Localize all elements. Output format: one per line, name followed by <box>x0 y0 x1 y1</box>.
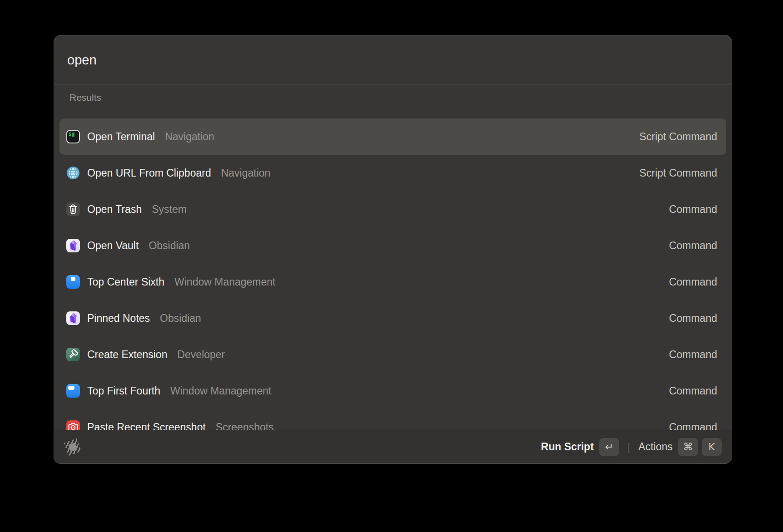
results-section-header: Results <box>54 85 732 118</box>
command-key-icon: ⌘ <box>678 438 698 456</box>
actions-shortcut: ⌘ K <box>678 438 722 456</box>
obsidian-gem-icon <box>66 311 80 325</box>
search-input[interactable] <box>67 53 719 68</box>
result-type-label: Script Command <box>639 167 717 179</box>
result-title: Open URL From Clipboard <box>87 167 211 179</box>
actions-button[interactable]: Actions ⌘ K <box>639 438 722 456</box>
result-title: Open Trash <box>87 203 142 216</box>
result-title: Pinned Notes <box>87 312 150 325</box>
obsidian-gem-icon <box>66 239 80 252</box>
result-row[interactable]: Open Trash System Command <box>59 191 726 227</box>
result-subtitle: Obsidian <box>149 240 190 252</box>
result-row[interactable]: Top Center Sixth Window Management Comma… <box>59 264 726 300</box>
hammer-icon <box>66 348 80 361</box>
k-key-icon: K <box>702 438 722 456</box>
footer-actions: Run Script ↵ | Actions ⌘ K <box>541 438 722 456</box>
result-row[interactable]: Top First Fourth Window Management Comma… <box>59 373 726 409</box>
result-subtitle: Navigation <box>221 167 271 179</box>
terminal-icon: $ <box>66 130 80 143</box>
result-title: Create Extension <box>87 349 167 361</box>
result-title: Open Terminal <box>87 131 155 143</box>
result-type-label: Command <box>669 240 717 252</box>
footer-divider: | <box>627 441 630 453</box>
result-row[interactable]: $ Open Terminal Navigation Script Comman… <box>59 118 726 155</box>
camera-icon <box>66 420 80 430</box>
result-type-label: Command <box>669 349 717 361</box>
result-subtitle: System <box>152 203 187 216</box>
results-list: $ Open Terminal Navigation Script Comman… <box>54 118 732 430</box>
result-row[interactable]: Open URL From Clipboard Navigation Scrip… <box>59 155 726 191</box>
result-type-label: Command <box>669 312 717 325</box>
result-row[interactable]: Create Extension Developer Command <box>59 336 726 373</box>
result-type-label: Command <box>669 276 717 288</box>
result-subtitle: Window Management <box>174 276 275 288</box>
script-command-logo-icon <box>64 438 81 456</box>
globe-icon <box>66 166 80 180</box>
result-type-label: Command <box>669 421 717 430</box>
window-top-center-icon <box>66 275 80 289</box>
result-subtitle: Screenshots <box>216 421 274 430</box>
result-title: Open Vault <box>87 240 139 252</box>
result-subtitle: Developer <box>177 349 225 361</box>
return-key-icon: ↵ <box>599 438 619 456</box>
result-title: Top Center Sixth <box>87 276 164 288</box>
launcher-window: Results $ Open Terminal Navigation Scrip… <box>54 35 732 464</box>
result-type-label: Command <box>669 203 717 216</box>
result-row[interactable]: Paste Recent Screenshot Screenshots Comm… <box>59 409 726 430</box>
result-row[interactable]: Pinned Notes Obsidian Command <box>59 300 726 336</box>
search-bar <box>54 35 732 85</box>
result-title: Paste Recent Screenshot <box>87 421 206 430</box>
footer: Run Script ↵ | Actions ⌘ K <box>54 430 732 463</box>
window-top-left-icon <box>66 384 80 398</box>
actions-label: Actions <box>639 441 673 453</box>
result-subtitle: Navigation <box>165 131 214 143</box>
result-subtitle: Obsidian <box>160 312 201 325</box>
result-type-label: Script Command <box>639 131 717 143</box>
result-title: Top First Fourth <box>87 385 160 397</box>
result-row[interactable]: Open Vault Obsidian Command <box>59 227 726 264</box>
trash-icon <box>66 202 80 216</box>
run-script-label: Run Script <box>541 441 594 453</box>
result-type-label: Command <box>669 385 717 397</box>
result-subtitle: Window Management <box>170 385 271 397</box>
run-script-button[interactable]: Run Script ↵ <box>541 438 619 456</box>
